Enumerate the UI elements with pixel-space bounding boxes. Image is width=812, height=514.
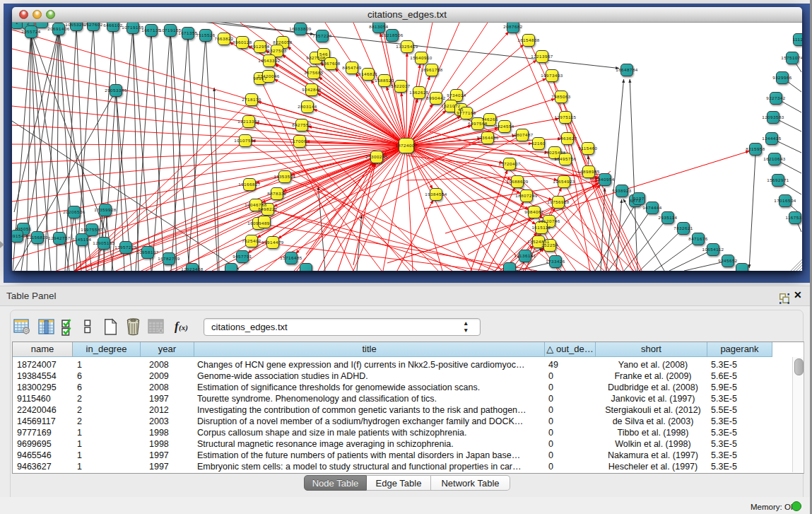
svg-text:9329966: 9329966 xyxy=(772,75,792,80)
svg-text:8498222: 8498222 xyxy=(258,206,278,211)
svg-text:10973493: 10973493 xyxy=(541,73,563,78)
svg-text:1667135: 1667135 xyxy=(141,28,161,33)
svg-text:5938923: 5938923 xyxy=(612,188,632,193)
svg-text:1362625: 1362625 xyxy=(409,90,429,95)
svg-text:1527602: 1527602 xyxy=(83,23,103,27)
svg-text:8813054: 8813054 xyxy=(369,24,389,29)
svg-text:10025438: 10025438 xyxy=(543,150,566,155)
svg-text:7357224: 7357224 xyxy=(312,33,332,38)
svg-text:15716485: 15716485 xyxy=(280,255,302,260)
svg-text:8427552: 8427552 xyxy=(292,122,312,127)
svg-text:1: 1 xyxy=(16,23,18,25)
svg-text:14136141: 14136141 xyxy=(514,253,536,258)
svg-text:16210643: 16210643 xyxy=(763,156,786,161)
svg-text:17359928: 17359928 xyxy=(94,207,117,212)
svg-text:18807249: 18807249 xyxy=(515,193,538,198)
svg-text:10807487: 10807487 xyxy=(511,132,534,137)
svg-text:9115460: 9115460 xyxy=(578,146,597,151)
svg-text:9474444: 9474444 xyxy=(642,205,662,210)
svg-text:7485063: 7485063 xyxy=(551,94,571,99)
svg-text:5822037: 5822037 xyxy=(391,83,411,88)
svg-text:12213967: 12213967 xyxy=(531,54,553,59)
svg-text:9245652: 9245652 xyxy=(718,258,738,263)
svg-text:9457791: 9457791 xyxy=(233,254,252,259)
svg-text:1733426: 1733426 xyxy=(546,259,565,264)
svg-text:10654112: 10654112 xyxy=(702,247,724,252)
svg-text:15692971: 15692971 xyxy=(767,177,789,182)
svg-text:2055724: 2055724 xyxy=(21,29,41,34)
svg-text:2718170: 2718170 xyxy=(242,97,261,102)
svg-text:12213363: 12213363 xyxy=(237,119,260,124)
svg-text:16898985: 16898985 xyxy=(577,169,600,174)
svg-text:19166827: 19166827 xyxy=(238,182,261,187)
svg-text:11353594: 11353594 xyxy=(273,174,295,179)
svg-text:13325419: 13325419 xyxy=(396,44,418,49)
svg-text:12975115: 12975115 xyxy=(554,115,576,119)
svg-text:12093583: 12093583 xyxy=(762,115,784,119)
svg-text:9197: 9197 xyxy=(633,196,645,201)
svg-text:20364436: 20364436 xyxy=(476,135,499,140)
svg-text:25300235: 25300235 xyxy=(365,154,388,159)
svg-text:3824554: 3824554 xyxy=(495,124,514,129)
svg-text:9084067: 9084067 xyxy=(524,209,544,214)
svg-text:2367608: 2367608 xyxy=(321,61,341,66)
svg-text:9227342: 9227342 xyxy=(766,95,786,100)
svg-text:16782759: 16782759 xyxy=(158,256,180,261)
svg-text:11156829: 11156829 xyxy=(27,235,49,240)
svg-text:7832621: 7832621 xyxy=(673,226,693,230)
svg-text:16648784: 16648784 xyxy=(616,67,638,72)
svg-text:10107554: 10107554 xyxy=(234,138,257,143)
svg-text:9777169: 9777169 xyxy=(457,110,476,115)
svg-text:9327503: 9327503 xyxy=(267,48,287,53)
svg-text:15720407: 15720407 xyxy=(498,161,521,166)
svg-text:1440954: 1440954 xyxy=(595,177,615,182)
svg-text:10719155: 10719155 xyxy=(122,25,144,30)
svg-text:1588520: 1588520 xyxy=(375,78,394,83)
svg-text:16099489: 16099489 xyxy=(247,221,270,226)
svg-text:9734024: 9734024 xyxy=(447,93,466,98)
svg-text:1145194: 1145194 xyxy=(72,237,91,242)
svg-text:16120746: 16120746 xyxy=(538,218,560,223)
svg-text:17957225: 17957225 xyxy=(114,245,137,250)
svg-text:3675685: 3675685 xyxy=(304,70,324,75)
svg-text:6497568: 6497568 xyxy=(468,121,488,126)
svg-text:7663822: 7663822 xyxy=(214,36,234,41)
svg-text:252254: 252254 xyxy=(541,243,558,247)
svg-text:2935114: 2935114 xyxy=(658,215,677,220)
svg-text:2: 2 xyxy=(27,23,30,25)
svg-text:9463627: 9463627 xyxy=(558,136,577,141)
svg-text:19756928: 19756928 xyxy=(547,199,570,204)
svg-text:17006: 17006 xyxy=(293,139,307,144)
svg-text:16914479: 16914479 xyxy=(261,240,284,245)
svg-text:835051: 835051 xyxy=(15,226,32,231)
svg-text:12905155: 12905155 xyxy=(93,240,115,245)
svg-text:2803144: 2803144 xyxy=(298,104,317,109)
svg-text:8454749: 8454749 xyxy=(342,65,362,70)
svg-text:16495756: 16495756 xyxy=(554,156,577,161)
svg-text:19384554: 19384554 xyxy=(425,192,447,197)
svg-text:2087682: 2087682 xyxy=(503,24,523,29)
svg-text:20206536: 20206536 xyxy=(63,209,86,214)
svg-text:12942757: 12942757 xyxy=(48,235,71,240)
svg-text:8960128: 8960128 xyxy=(233,40,252,45)
svg-text:18724007: 18724007 xyxy=(395,143,418,148)
svg-text:546: 546 xyxy=(319,52,328,57)
svg-text:19654923: 19654923 xyxy=(553,179,575,184)
svg-text:17016504: 17016504 xyxy=(774,198,796,203)
svg-text:1671355: 1671355 xyxy=(178,30,198,35)
svg-text:11123: 11123 xyxy=(793,37,802,42)
svg-text:1167533: 1167533 xyxy=(785,215,802,220)
svg-text:8226058: 8226058 xyxy=(273,40,293,45)
svg-text:19218506: 19218506 xyxy=(381,33,404,37)
svg-text:16543392: 16543392 xyxy=(258,58,281,63)
svg-text:39154: 39154 xyxy=(12,233,24,238)
svg-text:(x): (x) xyxy=(179,323,188,332)
svg-text:9242848: 9242848 xyxy=(302,87,322,92)
svg-text:29053346: 29053346 xyxy=(105,88,127,93)
svg-text:8471676: 8471676 xyxy=(688,236,708,241)
svg-text:15751074: 15751074 xyxy=(781,55,802,60)
svg-text:16961758: 16961758 xyxy=(420,67,443,72)
svg-text:12923468: 12923468 xyxy=(181,267,204,271)
svg-text:8878332: 8878332 xyxy=(267,191,287,196)
svg-text:23420046: 23420046 xyxy=(257,74,280,78)
